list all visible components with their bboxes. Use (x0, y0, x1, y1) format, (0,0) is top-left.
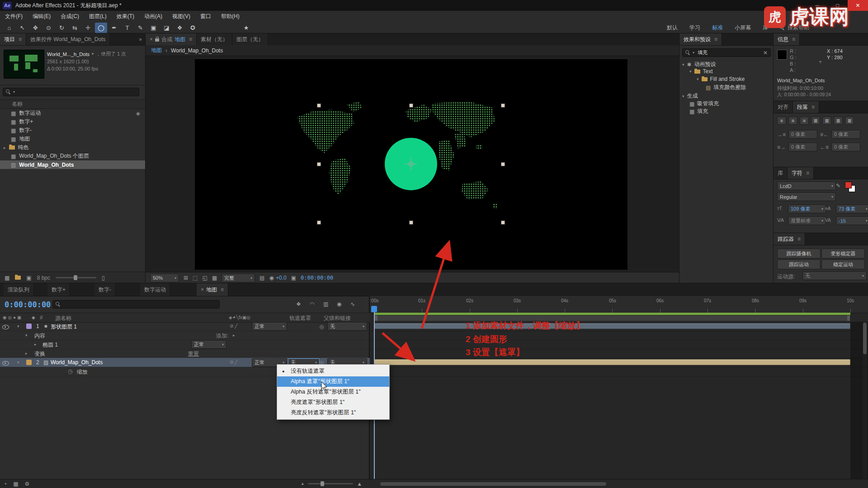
tree-item-fill-stroke-folder[interactable]: ▾ Fill and Stroke (697, 76, 745, 82)
eyedropper-icon[interactable]: ✎ (836, 183, 840, 188)
tab-footage[interactable]: 素材（无） (197, 33, 232, 45)
menu-animation[interactable]: 动画(A) (139, 11, 167, 22)
tab-character[interactable]: 字符 ≡ (788, 167, 814, 179)
timeline-track-area[interactable]: :00s 01s 02s 03s 04s 05s 06s 07s 08s 09s… (370, 296, 868, 479)
label-color-box[interactable] (26, 324, 32, 329)
menu-edit[interactable]: 编辑(E) (28, 11, 56, 22)
menu-composition[interactable]: 合成(C) (56, 11, 84, 22)
workspace-learn[interactable]: 学习 (689, 24, 700, 32)
close-tab-icon[interactable]: × (150, 36, 153, 42)
layer-name[interactable]: 形状图层 1 (51, 323, 77, 331)
blend-mode-dropdown[interactable]: 正常▾ (252, 322, 287, 331)
menu-layer[interactable]: 图层(L) (84, 11, 112, 22)
group-name[interactable]: 椭圆 1 (42, 341, 58, 349)
composition-mini-flowchart-icon[interactable]: ❖ (296, 301, 301, 307)
indent-right-field[interactable]: 0 像素 (831, 130, 860, 139)
menu-item-luma-matte[interactable]: 亮度遮罩"形状图层 1" (277, 397, 389, 408)
layer-name[interactable]: World_Map_Oh_Dots (51, 359, 103, 366)
align-right-icon[interactable]: ≡ (800, 117, 809, 125)
menu-item-no-track-matte[interactable]: ● 没有轨道遮罩 (277, 366, 389, 376)
stopwatch-icon[interactable]: ◷ (68, 368, 72, 375)
pan-behind-tool-icon[interactable]: ✛ (82, 23, 94, 33)
grid-guides-options-icon[interactable]: ⊞ (184, 275, 188, 281)
property-group-ellipse[interactable]: ▸ 椭圆 1 正常▾ (0, 340, 370, 349)
timeline-search-box[interactable] (52, 300, 220, 309)
fill-color-swatch[interactable] (845, 182, 852, 188)
project-item-comp[interactable]: ▦ 数字+ (0, 117, 146, 126)
new-composition-icon[interactable]: ▣ (26, 275, 31, 281)
expand-caret-icon[interactable]: ▾ (17, 360, 19, 365)
menu-item-alpha-matte[interactable]: Alpha 遮罩"形状图层 1" (277, 376, 389, 387)
render-time-icon[interactable]: ◔ (4, 481, 7, 487)
align-left-icon[interactable]: ≡ (777, 117, 786, 125)
composition-canvas[interactable] (195, 59, 627, 270)
project-search-box[interactable]: ▾ (3, 88, 139, 96)
parent-pickwhip-icon[interactable]: ◎ (319, 324, 324, 330)
tab-render-queue[interactable]: 渲染队列 (4, 283, 34, 296)
delete-icon[interactable]: ▯ (102, 275, 105, 281)
expand-caret-icon[interactable]: ▾ (17, 324, 19, 328)
viewer-timecode[interactable]: 0:00:00:00 (301, 275, 333, 281)
tab-tracker[interactable]: 跟踪器 ≡ (774, 233, 805, 245)
project-item-comp[interactable]: ▦ 地图 (0, 135, 146, 143)
selection-handle[interactable] (501, 162, 505, 166)
property-name[interactable]: 缩放 (77, 368, 88, 376)
tree-item-text-folder[interactable]: ▾ Text (689, 68, 713, 75)
layer-row-shape[interactable]: ▾ 1 ★ 形状图层 1 ⊘ ╱ 正常▾ ◎ 无▾ (0, 322, 370, 331)
tab-project[interactable]: 项目 ≡ (0, 33, 26, 45)
graph-editor-icon[interactable]: ∿ (350, 301, 355, 307)
tab-libraries[interactable]: 库 (774, 167, 788, 179)
current-time-display[interactable]: 0:00:00:00 (5, 300, 51, 309)
property-group-contents[interactable]: ▾ 内容 添加: ▸ (0, 331, 370, 340)
mask-visibility-icon[interactable]: ⬚ (193, 275, 198, 281)
new-folder-icon[interactable] (15, 276, 21, 280)
brush-tool-icon[interactable]: ✎ (134, 23, 146, 33)
effects-search-input[interactable] (697, 50, 761, 56)
type-tool-icon[interactable]: T (121, 23, 133, 33)
tab-comp-digit-motion[interactable]: 数字运动 (140, 283, 170, 296)
project-item-comp[interactable]: ▦ World_Map_Oh_Dots 个图层 (0, 152, 146, 160)
group-name[interactable]: 内容 (34, 332, 45, 340)
selection-handle[interactable] (501, 103, 505, 108)
leading-dropdown[interactable]: 73 像素▾ (836, 205, 868, 213)
tab-info[interactable]: 信息 ≡ (774, 33, 800, 45)
font-family-dropdown[interactable]: LcdD▾ (777, 182, 836, 190)
add-contents-label[interactable]: 添加: (216, 332, 228, 340)
tab-align[interactable]: 对齐 (774, 101, 793, 113)
project-item-folder[interactable]: ▸ 纯色 (0, 143, 146, 152)
project-bpc-button[interactable]: 8 bpc (37, 275, 50, 281)
panel-menu-icon[interactable]: ≡ (221, 286, 224, 293)
group-name[interactable]: 变换 (34, 350, 45, 358)
track-row[interactable] (370, 349, 868, 358)
layer-bar-shape[interactable] (374, 323, 850, 329)
shy-layers-icon[interactable]: ◠ (310, 301, 314, 307)
indent-left-field[interactable]: 0 像素 (788, 130, 817, 139)
settings-icon[interactable]: ⚙ (25, 481, 30, 487)
menu-item-luma-inverted-matte[interactable]: 亮度反转遮罩"形状图层 1" (277, 408, 389, 418)
motion-blur-icon[interactable]: ◉ (337, 301, 341, 307)
stabilize-motion-button[interactable]: 稳定运动 (821, 259, 865, 269)
track-row[interactable] (370, 331, 868, 340)
panel-menu-icon[interactable]: ≡ (792, 36, 795, 42)
motion-source-dropdown[interactable]: 无▾ (802, 272, 867, 280)
font-size-dropdown[interactable]: 109 像素▾ (788, 205, 826, 213)
close-tab-icon[interactable]: × (201, 286, 204, 293)
space-before-field[interactable]: 0 像素 (788, 143, 817, 151)
layer-switches-icons[interactable]: ⊘ ╱ (230, 324, 237, 328)
timeline-vertical-scrollbar[interactable] (863, 322, 867, 479)
work-area-end-handle[interactable] (847, 315, 850, 321)
selection-handle[interactable] (409, 221, 413, 225)
magnification-dropdown[interactable]: 50%▾ (150, 274, 179, 282)
collapse-caret-icon[interactable]: ▾ (682, 94, 684, 99)
panel-menu-icon[interactable]: ≡ (19, 36, 22, 42)
pen-tool-icon[interactable]: ✒ (108, 23, 120, 33)
tab-layer[interactable]: 图层（无） (232, 33, 268, 45)
justify-all-icon[interactable]: ≣ (845, 117, 854, 125)
composition-flowchart-icon[interactable]: ▦ (13, 481, 18, 487)
menu-view[interactable]: 视图(V) (167, 11, 195, 22)
breadcrumb-parent-comp[interactable]: 地图 (151, 47, 162, 54)
selection-handle[interactable] (317, 221, 321, 225)
project-item-comp[interactable]: ▦ 数字运动 ◈ (0, 109, 146, 117)
tab-comp-digits-plus[interactable]: 数字+ (47, 283, 70, 296)
label-color-box[interactable] (26, 360, 32, 365)
